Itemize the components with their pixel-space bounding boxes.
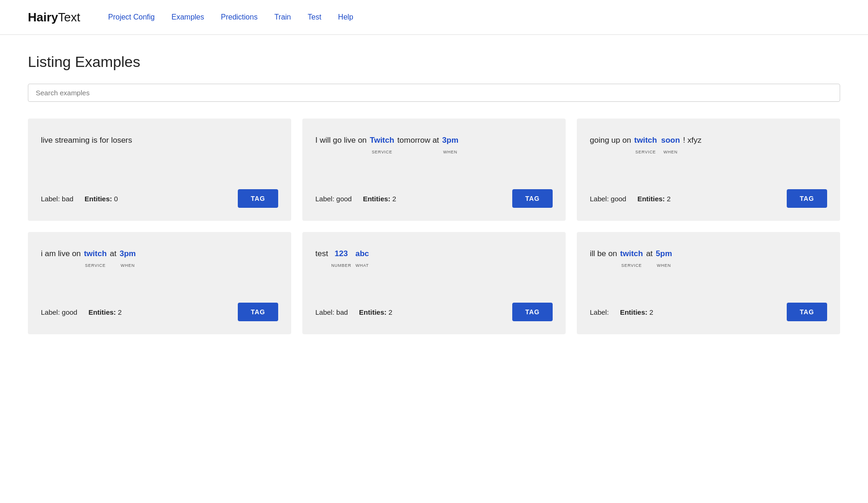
card-footer-3: Label: goodEntities: 2TAG [590,189,827,208]
nav-links: Project ConfigExamplesPredictionsTrainTe… [108,13,353,21]
entity-token-service: twitchSERVICE [634,133,657,156]
card-text-4: i am live on twitchSERVICE at 3pmWHEN [41,247,278,288]
entity-word: twitch [620,247,643,261]
card-footer-6: Label: Entities: 2TAG [590,303,827,321]
example-card-2: I will go live on TwitchSERVICE tomorrow… [302,119,566,221]
entity-word: Twitch [370,133,394,148]
card-text-3: going up on twitchSERVICE soonWHEN ! xfy… [590,133,827,174]
examples-grid: live streaming is for losersLabel: badEn… [28,119,840,334]
entity-label: WHAT [355,262,369,269]
entity-label: SERVICE [85,262,105,269]
card-text-1: live streaming is for losers [41,133,278,174]
card-entities: Entities: 2 [359,308,392,316]
plain-text-segment: i am live on [41,249,83,258]
search-input[interactable] [28,84,840,102]
entity-word: 5pm [656,247,672,261]
nav-link-project-config[interactable]: Project Config [108,13,155,21]
card-text-6: ill be on twitchSERVICE at 5pmWHEN [590,247,827,288]
plain-text-segment: going up on [590,136,633,145]
tag-button-5[interactable]: TAG [512,303,553,321]
brand-logo[interactable]: HairyText [28,10,80,25]
nav-link-examples[interactable]: Examples [171,13,204,21]
nav-link-train[interactable]: Train [274,13,291,21]
example-card-5: test 123NUMBER abcWHATLabel: badEntities… [302,232,566,334]
example-card-4: i am live on twitchSERVICE at 3pmWHENLab… [28,232,291,334]
navbar: HairyText Project ConfigExamplesPredicti… [0,0,868,35]
card-footer-4: Label: goodEntities: 2TAG [41,303,278,321]
card-text-2: I will go live on TwitchSERVICE tomorrow… [315,133,553,174]
plain-text-segment: tomorrow at [395,136,441,145]
example-card-1: live streaming is for losersLabel: badEn… [28,119,291,221]
entity-token-what: abcWHAT [355,247,369,269]
plain-text-segment [658,136,660,145]
entity-token-service: twitchSERVICE [620,247,643,269]
plain-text-segment [352,249,354,258]
nav-link-help[interactable]: Help [338,13,353,21]
card-label: Label: good [590,195,626,203]
card-footer-1: Label: badEntities: 0TAG [41,189,278,208]
entity-label: WHEN [664,148,678,156]
nav-link-test[interactable]: Test [308,13,321,21]
nav-link-predictions[interactable]: Predictions [221,13,257,21]
entity-label: SERVICE [635,148,656,156]
plain-text-segment: at [108,249,119,258]
plain-text-segment: ! xfyz [681,136,701,145]
entity-token-when: 5pmWHEN [656,247,672,269]
entity-token-when: 3pmWHEN [442,133,458,156]
card-entities: Entities: 2 [88,308,122,316]
card-footer-2: Label: goodEntities: 2TAG [315,189,553,208]
entity-word: 123 [335,247,348,261]
entity-label: WHEN [121,262,135,269]
brand-normal: Text [58,10,80,24]
plain-text-segment: at [644,249,655,258]
plain-text-segment: live streaming is for losers [41,136,132,145]
page-title: Listing Examples [28,53,840,71]
plain-text-segment: I will go live on [315,136,369,145]
card-label: Label: [590,308,609,316]
card-entities: Entities: 2 [637,195,671,203]
card-label: Label: good [41,308,77,316]
card-footer-5: Label: badEntities: 2TAG [315,303,553,321]
entity-word: 3pm [442,133,458,148]
card-entities: Entities: 2 [363,195,396,203]
card-entities: Entities: 0 [85,195,118,203]
entity-word: twitch [84,247,107,261]
entity-word: twitch [634,133,657,148]
card-text-5: test 123NUMBER abcWHAT [315,247,553,288]
example-card-3: going up on twitchSERVICE soonWHEN ! xfy… [577,119,840,221]
tag-button-6[interactable]: TAG [787,303,827,321]
entity-label: WHEN [657,262,671,269]
entity-token-service: TwitchSERVICE [370,133,394,156]
entity-label: NUMBER [331,262,351,269]
tag-button-3[interactable]: TAG [787,189,827,208]
example-card-6: ill be on twitchSERVICE at 5pmWHENLabel:… [577,232,840,334]
tag-button-1[interactable]: TAG [238,189,278,208]
card-entities: Entities: 2 [620,308,653,316]
entity-word: soon [661,133,680,148]
entity-label: WHEN [443,148,457,156]
tag-button-2[interactable]: TAG [512,189,553,208]
card-label: Label: bad [315,308,348,316]
entity-token-number: 123NUMBER [331,247,351,269]
main-content: Listing Examples live streaming is for l… [0,35,868,353]
entity-word: 3pm [119,247,136,261]
entity-token-when: 3pmWHEN [119,247,136,269]
plain-text-segment: test [315,249,330,258]
card-label: Label: bad [41,195,73,203]
entity-token-when: soonWHEN [661,133,680,156]
entity-token-service: twitchSERVICE [84,247,107,269]
plain-text-segment: ill be on [590,249,619,258]
tag-button-4[interactable]: TAG [238,303,278,321]
entity-label: SERVICE [621,262,642,269]
entity-word: abc [355,247,369,261]
card-label: Label: good [315,195,352,203]
brand-bold: Hairy [28,10,58,24]
entity-label: SERVICE [372,148,392,156]
